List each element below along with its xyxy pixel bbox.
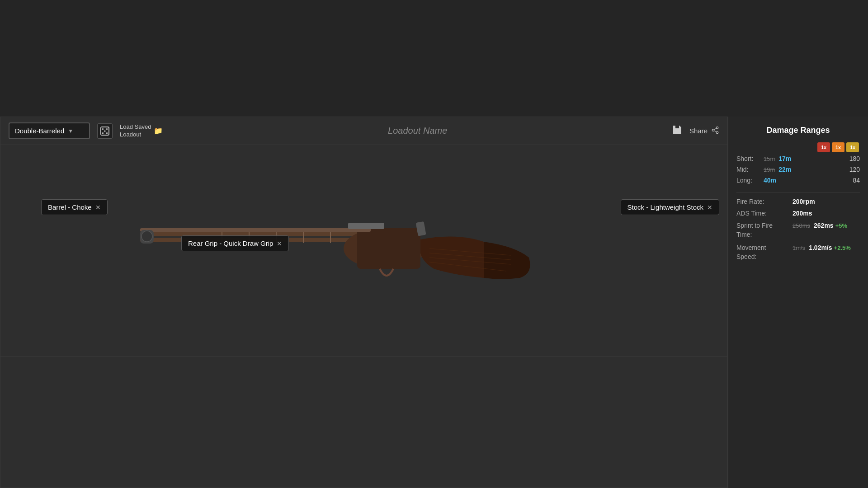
damage-ranges-table: Short: 15m 17m 180 Mid: 19m 22m 120 Long… bbox=[736, 155, 860, 184]
randomize-button[interactable] bbox=[97, 123, 113, 139]
rear-grip-label-text: Rear Grip - Quick Draw Grip bbox=[188, 239, 273, 247]
multiplier-header-row: 1x 1x 1x bbox=[736, 142, 860, 152]
loadout-name-area bbox=[170, 126, 665, 136]
weapon-display-area: Barrel - Choke ✕ Stock - Lightweight Sto… bbox=[0, 145, 727, 357]
stat-row-ads-time: ADS Time: 200ms bbox=[736, 210, 860, 217]
svg-point-4 bbox=[106, 132, 108, 134]
svg-point-7 bbox=[712, 129, 714, 131]
svg-line-9 bbox=[714, 131, 716, 132]
barrel-attachment-label: Barrel - Choke ✕ bbox=[41, 199, 108, 215]
load-saved-button[interactable]: Load Saved Loadout 📁 bbox=[120, 123, 163, 139]
stock-attachment-label: Stock - Lightweight Stock ✕ bbox=[621, 199, 719, 215]
bottom-area bbox=[0, 357, 727, 488]
svg-rect-20 bbox=[140, 228, 371, 232]
chevron-down-icon: ▼ bbox=[68, 128, 73, 134]
toolbar: Double-Barreled ▼ Load Saved Loadout 📁 bbox=[0, 117, 727, 145]
weapon-select-dropdown[interactable]: Double-Barreled ▼ bbox=[9, 122, 90, 139]
svg-point-1 bbox=[102, 128, 104, 130]
stat-row-sprint-fire: Sprint to Fire Time: 250ms 262ms +5% bbox=[736, 221, 860, 239]
svg-point-6 bbox=[716, 127, 718, 129]
share-icon bbox=[711, 126, 719, 136]
rear-grip-remove-button[interactable]: ✕ bbox=[277, 240, 282, 247]
stats-panel: Damage Ranges 1x 1x 1x Short: 15m 17m 18… bbox=[728, 117, 868, 488]
svg-point-3 bbox=[102, 132, 104, 134]
stats-panel-title: Damage Ranges bbox=[736, 126, 860, 135]
svg-rect-18 bbox=[303, 230, 304, 243]
rear-grip-attachment-label: Rear Grip - Quick Draw Grip ✕ bbox=[181, 235, 289, 251]
damage-row-long: Long: 40m 84 bbox=[736, 177, 860, 184]
main-content: Double-Barreled ▼ Load Saved Loadout 📁 bbox=[0, 117, 868, 488]
multiplier-mid: 1x bbox=[832, 142, 844, 152]
svg-point-22 bbox=[142, 231, 152, 242]
weapon-select-label: Double-Barreled bbox=[15, 127, 64, 135]
svg-line-10 bbox=[714, 128, 716, 130]
stock-label-text: Stock - Lightweight Stock bbox=[627, 203, 703, 211]
share-button[interactable]: Share bbox=[689, 126, 719, 136]
barrel-remove-button[interactable]: ✕ bbox=[95, 204, 101, 211]
loadout-name-input[interactable] bbox=[350, 126, 486, 136]
svg-rect-14 bbox=[357, 228, 420, 269]
weapon-panel: Double-Barreled ▼ Load Saved Loadout 📁 bbox=[0, 117, 728, 488]
svg-point-8 bbox=[716, 131, 718, 134]
barrel-label-text: Barrel - Choke bbox=[48, 203, 92, 211]
svg-rect-28 bbox=[348, 223, 384, 229]
load-saved-label: Load Saved Loadout bbox=[120, 123, 151, 139]
svg-point-5 bbox=[104, 130, 106, 131]
stat-row-movement-speed: Movement Speed: 1m/s 1.02m/s +2.5% bbox=[736, 244, 860, 261]
folder-icon: 📁 bbox=[154, 127, 163, 135]
svg-point-2 bbox=[106, 128, 108, 130]
divider-1 bbox=[736, 192, 860, 192]
share-label: Share bbox=[689, 127, 708, 135]
multiplier-long: 1x bbox=[846, 142, 859, 152]
svg-rect-19 bbox=[330, 230, 331, 243]
stock-remove-button[interactable]: ✕ bbox=[707, 204, 712, 211]
stat-row-fire-rate: Fire Rate: 200rpm bbox=[736, 198, 860, 205]
save-button[interactable] bbox=[672, 125, 682, 137]
damage-row-mid: Mid: 19m 22m 120 bbox=[736, 166, 860, 173]
top-area bbox=[0, 0, 868, 117]
multiplier-short: 1x bbox=[817, 142, 830, 152]
damage-row-short: Short: 15m 17m 180 bbox=[736, 155, 860, 162]
